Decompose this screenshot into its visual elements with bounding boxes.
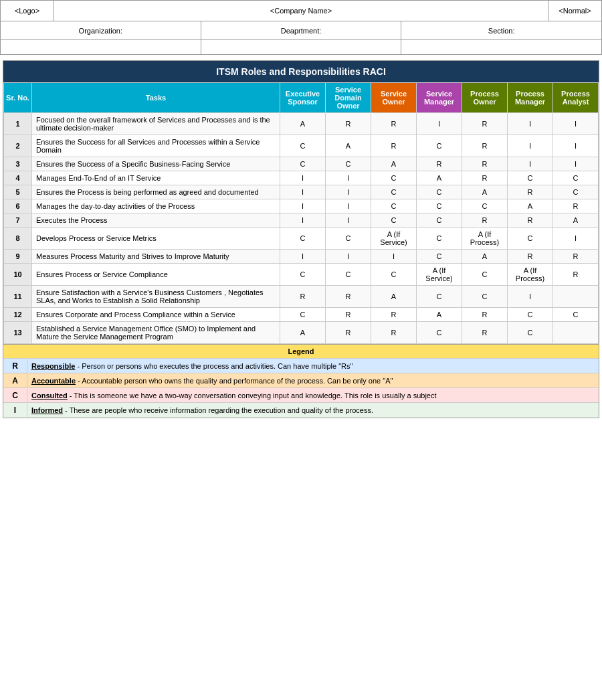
top-bar: <Logo> <Company Name> <Normal> <box>0 0 602 21</box>
legend-description: Consulted - This is someone we have a tw… <box>27 389 441 402</box>
table-row: 12Ensures Corporate and Process Complian… <box>4 308 599 322</box>
dept-label: Deaprtment: <box>201 21 402 39</box>
legend-letter: R <box>3 359 27 373</box>
col-header-sm: Service Manager <box>417 83 462 113</box>
legend-row: CConsulted - This is someone we have a t… <box>3 388 599 403</box>
raci-table: Sr. No. Tasks Executive Sponsor Service … <box>3 82 599 344</box>
table-row: 7Executes the ProcessIICCRRA <box>4 213 599 228</box>
col-header-sdo: Service Domain Owner <box>326 83 371 113</box>
table-row: 6Manages the day-to-day activities of th… <box>4 199 599 213</box>
col-header-po: Process Owner <box>462 83 508 113</box>
org-bar: Organization: Deaprtment: Section: <box>0 21 602 40</box>
table-row: 11Ensure Satisfaction with a Service's B… <box>4 286 599 308</box>
org-bar-empty <box>0 40 602 55</box>
table-row: 1Focused on the overall framework of Ser… <box>4 113 599 135</box>
table-row: 10Ensures Process or Service ComplianceC… <box>4 264 599 286</box>
logo: <Logo> <box>1 1 54 21</box>
legend-title: Legend <box>3 345 599 359</box>
company-name: <Company Name> <box>54 7 548 15</box>
table-row: 9Measures Process Maturity and Strives t… <box>4 250 599 264</box>
table-row: 4Manages End-To-End of an IT ServiceIICA… <box>4 171 599 185</box>
table-title: ITSM Roles and Responsibilities RACI <box>3 61 599 82</box>
section-label: Section: <box>401 21 601 39</box>
legend-row: IInformed - These are people who receive… <box>3 403 599 418</box>
legend-letter: I <box>3 404 27 417</box>
table-row: 8Develops Process or Service MetricsCCA … <box>4 228 599 250</box>
col-header-exec: Executive Sponsor <box>280 83 326 113</box>
org-label: Organization: <box>1 21 201 39</box>
col-header-srno: Sr. No. <box>4 83 32 113</box>
table-row: 3Ensures the Success of a Specific Busin… <box>4 157 599 171</box>
col-header-tasks: Tasks <box>32 83 280 113</box>
table-row: 13Established a Service Management Offic… <box>4 322 599 344</box>
legend-description: Responsible - Person or persons who exec… <box>27 360 357 372</box>
main-table-wrapper: ITSM Roles and Responsibilities RACI Sr.… <box>3 60 599 345</box>
legend-description: Informed - These are people who receive … <box>27 404 377 416</box>
legend-description: Accountable - Accountable person who own… <box>27 375 397 387</box>
col-header-pa: Process Analyst <box>553 83 599 113</box>
legend-section: Legend RResponsible - Person or persons … <box>3 345 599 418</box>
legend-letter: A <box>3 374 27 387</box>
legend-row: AAccountable - Accountable person who ow… <box>3 373 599 388</box>
legend-row: RResponsible - Person or persons who exe… <box>3 359 599 373</box>
legend-letter: C <box>3 389 27 402</box>
col-header-so: Service Owner <box>371 83 417 113</box>
table-row: 5Ensures the Process is being performed … <box>4 185 599 199</box>
table-row: 2Ensures the Success for all Services an… <box>4 135 599 157</box>
normal-label: <Normal> <box>548 1 601 21</box>
col-header-pm: Process Manager <box>508 83 553 113</box>
